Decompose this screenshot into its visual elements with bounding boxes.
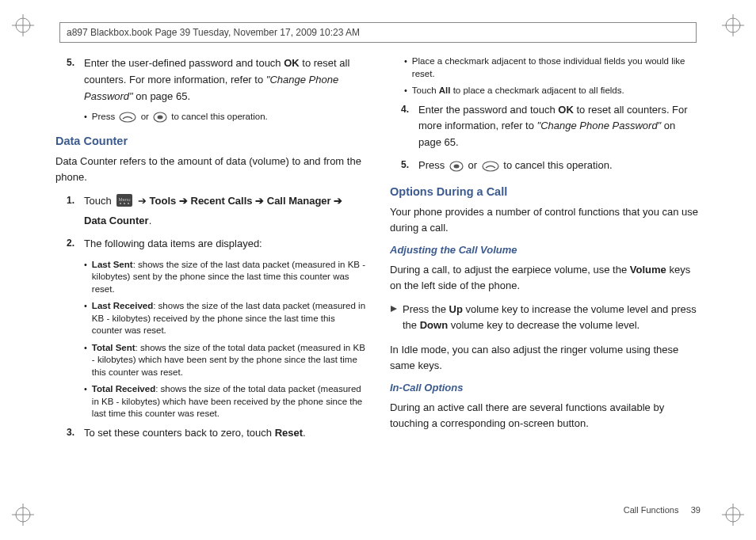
svg-point-14 bbox=[158, 116, 163, 120]
data-counter-desc: Data Counter refers to the amount of dat… bbox=[55, 154, 366, 185]
right-bullet-2: • Touch All to place a checkmark adjacen… bbox=[390, 85, 701, 97]
step-4-right: 4. Enter the password and touch OK to re… bbox=[390, 102, 701, 151]
bullet-last-received: • Last Received: shows the size of the l… bbox=[55, 300, 366, 337]
crop-mark-tl bbox=[12, 14, 34, 36]
footer-section: Call Functions bbox=[624, 505, 679, 515]
svg-point-21 bbox=[453, 164, 459, 168]
footer: Call Functions 39 bbox=[624, 505, 701, 515]
in-call-options-desc: During an active call there are several … bbox=[390, 400, 701, 432]
bullet-last-sent: • Last Sent: shows the size of the last … bbox=[55, 259, 366, 296]
adjusting-volume-desc: During a call, to adjust the earpiece vo… bbox=[390, 262, 701, 294]
idle-mode-note: In Idle mode, you can also adjust the ri… bbox=[390, 342, 701, 374]
header-text: a897 Blackbox.book Page 39 Tuesday, Nove… bbox=[67, 27, 360, 38]
svg-point-19 bbox=[128, 203, 129, 204]
right-bullet-1: • Place a checkmark adjacent to those in… bbox=[390, 55, 701, 80]
data-counter-heading: Data Counter bbox=[55, 135, 366, 147]
left-column: 5. Enter the user-defined password and t… bbox=[55, 55, 366, 496]
end-call-icon bbox=[119, 112, 136, 127]
end-call-icon bbox=[482, 161, 499, 177]
step-2: 2. The following data items are displaye… bbox=[55, 236, 366, 253]
svg-marker-23 bbox=[391, 306, 397, 312]
step-1: 1. Touch Menu ➔ Tools ➔ Recent Calls ➔ C… bbox=[55, 193, 366, 230]
crop-mark-br bbox=[722, 504, 744, 526]
options-during-call-desc: Your phone provides a number of control … bbox=[390, 204, 701, 236]
crop-mark-bl bbox=[12, 504, 34, 526]
step-5-left: 5. Enter the user-defined password and t… bbox=[55, 55, 366, 105]
step-5-right: 5. Press or to cancel this operation. bbox=[390, 158, 701, 177]
menu-icon: Menu bbox=[116, 193, 133, 213]
step-3: 3. To set these counters back to zero, t… bbox=[55, 425, 366, 442]
bullet-total-sent: • Total Sent: shows the size of the tota… bbox=[55, 342, 366, 379]
svg-point-18 bbox=[124, 203, 125, 204]
bullet-total-received: • Total Received: shows the size of the … bbox=[55, 383, 366, 420]
round-button-icon bbox=[449, 161, 464, 177]
cancel-bullet: • Press or to cancel this operation. bbox=[55, 111, 366, 127]
page-content: 5. Enter the user-defined password and t… bbox=[55, 55, 701, 496]
footer-page: 39 bbox=[691, 505, 701, 515]
options-during-call-heading: Options During a Call bbox=[390, 185, 701, 198]
header-bar: a897 Blackbox.book Page 39 Tuesday, Nove… bbox=[59, 22, 697, 43]
svg-point-17 bbox=[120, 203, 121, 204]
crop-mark-tr bbox=[722, 14, 744, 36]
adjusting-volume-heading: Adjusting the Call Volume bbox=[390, 244, 701, 256]
in-call-options-heading: In-Call Options bbox=[390, 382, 701, 394]
right-column: • Place a checkmark adjacent to those in… bbox=[390, 55, 701, 496]
round-button-icon bbox=[153, 112, 167, 127]
svg-text:Menu: Menu bbox=[119, 197, 131, 202]
volume-up-down: Press the Up volume key to increase the … bbox=[390, 302, 701, 333]
triangle-icon bbox=[390, 302, 398, 333]
